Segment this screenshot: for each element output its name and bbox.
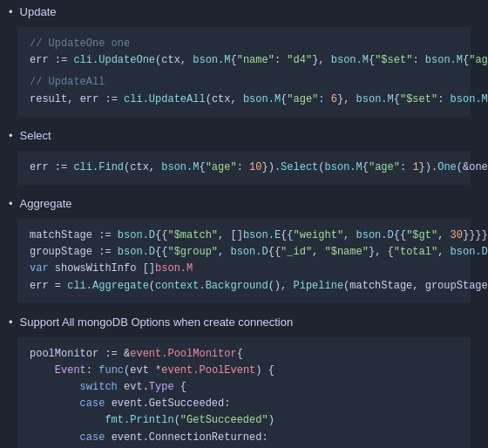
code-line: err := cli.UpdateOne(ctx, bson.M{"name":…	[30, 52, 458, 69]
support-section: Support All mongoDB Options when create …	[0, 310, 488, 448]
code-line: var showsWithInfo []bson.M	[30, 261, 458, 277]
code-line: err := cli.Find(ctx, bson.M{"age": 10}).…	[30, 160, 458, 176]
support-code-block: poolMonitor := &event.PoolMonitor{ Event…	[17, 337, 471, 448]
select-code-block: err := cli.Find(ctx, bson.M{"age": 10}).…	[17, 151, 471, 185]
update-header: Update	[0, 0, 488, 24]
aggregate-header: Aggregate	[0, 192, 488, 215]
support-title: Support All mongoDB Options when create …	[20, 316, 294, 329]
code-line: Event: func(evt *event.PoolEvent) {	[30, 363, 458, 379]
code-line: case event.GetSucceeded:	[30, 396, 458, 412]
code-line: groupStage := bson.D{{"$group", bson.D{{…	[30, 244, 458, 261]
select-header: Select	[0, 124, 488, 147]
code-line: poolMonitor := &event.PoolMonitor{	[30, 346, 458, 363]
support-header: Support All mongoDB Options when create …	[0, 310, 488, 334]
code-line: matchStage := bson.D{{"$match", []bson.E…	[30, 227, 458, 244]
code-line: case event.ConnectionReturned:	[30, 430, 458, 446]
code-line: fmt.Println("GetSucceeded")	[30, 412, 458, 429]
update-code-block: // UpdateOne one err := cli.UpdateOne(ct…	[17, 27, 471, 117]
aggregate-code-block: matchStage := bson.D{{"$match", []bson.E…	[17, 219, 471, 303]
update-section: Update // UpdateOne one err := cli.Updat…	[0, 0, 488, 117]
code-line: result, err := cli.UpdateAll(ctx, bson.M…	[30, 92, 458, 108]
aggregate-title: Aggregate	[20, 197, 72, 210]
update-title: Update	[20, 5, 57, 18]
code-line: err = cli.Aggregate(context.Background()…	[30, 278, 458, 295]
select-section: Select err := cli.Find(ctx, bson.M{"age"…	[0, 124, 488, 185]
page-container: Update // UpdateOne one err := cli.Updat…	[0, 0, 488, 448]
select-title: Select	[20, 129, 51, 142]
code-line: // UpdateAll	[30, 74, 458, 91]
code-line: switch evt.Type {	[30, 379, 458, 396]
aggregate-section: Aggregate matchStage := bson.D{{"$match"…	[0, 192, 488, 303]
code-line: // UpdateOne one	[30, 36, 458, 52]
